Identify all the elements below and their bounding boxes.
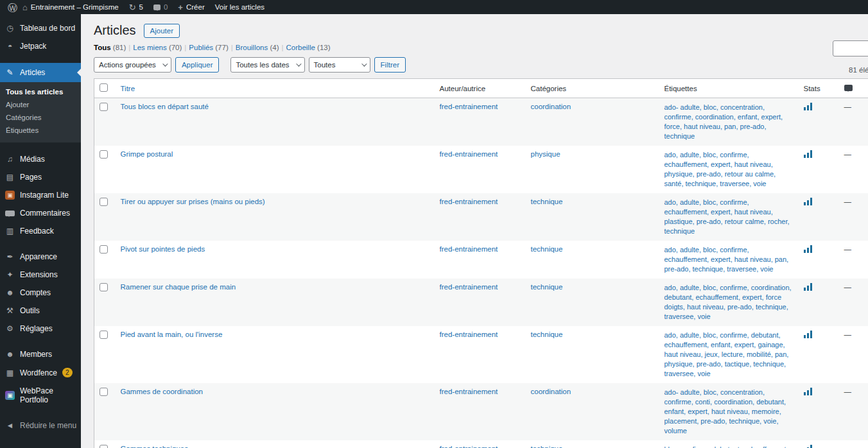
tags-links[interactable]: ado, adulte, bloc, confirme, coordinatio…: [664, 283, 794, 322]
stats-icon[interactable]: [804, 283, 813, 291]
create-button[interactable]: + Créer: [173, 0, 209, 14]
sidebar-item-dashboard[interactable]: ◷ Tableau de bord: [0, 19, 81, 37]
sidebar-subitem-cat-gories[interactable]: Catégories: [0, 111, 81, 124]
author-link[interactable]: fred-entrainement: [440, 198, 498, 205]
admin-bar: Ⓦ ⌂ Entrainement – Grimpisme ↻ 5 0 + Cré…: [0, 0, 868, 14]
stats-icon[interactable]: [804, 150, 813, 158]
sidebar-item-outils[interactable]: ⚒ Outils: [0, 302, 81, 320]
category-link[interactable]: technique: [531, 198, 563, 205]
filter-count: (13): [315, 44, 331, 51]
sidebar-item-feedback[interactable]: ▥ Feedback: [0, 222, 81, 240]
tags-links[interactable]: ado- adulte, bloc, concentration, confir…: [664, 388, 794, 436]
post-title-link[interactable]: Grimpe postural: [121, 150, 173, 158]
stats-icon[interactable]: [804, 198, 813, 205]
author-link[interactable]: fred-entrainement: [440, 445, 498, 448]
row-checkbox[interactable]: [100, 445, 108, 448]
sidebar-item-webpace-portfolio[interactable]: ▣ WebPace Portfolio: [0, 382, 81, 409]
apply-button[interactable]: Appliquer: [175, 57, 220, 73]
column-header-title[interactable]: Titre: [121, 85, 135, 92]
author-link[interactable]: fred-entrainement: [440, 103, 498, 110]
wordpress-logo-icon[interactable]: Ⓦ: [8, 3, 17, 12]
author-link[interactable]: fred-entrainement: [440, 331, 498, 338]
row-checkbox[interactable]: [100, 283, 108, 291]
category-link[interactable]: physique: [531, 150, 560, 158]
category-link[interactable]: technique: [531, 245, 563, 253]
tags-links[interactable]: bloc, confirme, debutant, echauffement, …: [664, 445, 794, 448]
sidebar-subitem-tous-les-articles[interactable]: Tous les articles: [0, 85, 81, 98]
category-link[interactable]: technique: [531, 331, 563, 338]
category-link[interactable]: technique: [531, 445, 563, 448]
filter-link-publi-s[interactable]: Publiés: [189, 44, 213, 51]
site-name-link[interactable]: ⌂ Entrainement – Grimpisme: [17, 0, 124, 14]
view-posts-link[interactable]: Voir les articles: [210, 0, 270, 14]
sidebar-item-commentaires[interactable]: Commentaires: [0, 204, 81, 222]
filter-link-tous[interactable]: Tous: [94, 44, 111, 51]
row-checkbox[interactable]: [100, 198, 108, 206]
filter-button[interactable]: Filtrer: [374, 57, 406, 73]
members-icon: ☻: [5, 350, 15, 358]
comments-link[interactable]: 0: [148, 0, 173, 14]
tags-links[interactable]: ado, adulte, bloc, confirme, echauffemen…: [664, 150, 794, 189]
sidebar-item-apparence[interactable]: ✒ Apparence: [0, 248, 81, 266]
sidebar-item-pages[interactable]: ▤ Pages: [0, 168, 81, 186]
sidebar-item-reglages[interactable]: ⚙ Réglages: [0, 320, 81, 338]
post-title-link[interactable]: Pied avant la main, ou l'inverse: [121, 331, 223, 338]
categories-filter-select[interactable]: Toutes: [309, 57, 370, 73]
plugins-icon: ✦: [5, 271, 15, 279]
select-all-checkbox[interactable]: [100, 83, 108, 92]
post-title-link[interactable]: Pivot sur pointes de pieds: [121, 245, 205, 253]
sidebar-subitem--tiquettes[interactable]: Étiquettes: [0, 124, 81, 137]
sidebar-item-comptes[interactable]: ☻ Comptes: [0, 284, 81, 302]
bulk-actions-select[interactable]: Actions groupées: [94, 57, 171, 73]
sidebar-item-extensions[interactable]: ✦ Extensions: [0, 266, 81, 284]
author-link[interactable]: fred-entrainement: [440, 388, 498, 395]
category-link[interactable]: coordination: [531, 388, 571, 395]
column-header-author: Auteur/autrice: [435, 79, 526, 98]
add-post-button[interactable]: Ajouter: [144, 24, 180, 38]
sidebar-item-wordfence[interactable]: ▦ Wordfence 2: [0, 363, 81, 382]
row-checkbox[interactable]: [100, 388, 108, 396]
sidebar-item-reduire-le-menu[interactable]: ◄ Réduire le menu: [0, 417, 81, 435]
comments-dash: —: [844, 150, 852, 158]
filter-link-corbeille[interactable]: Corbeille: [286, 44, 315, 51]
tags-links[interactable]: ado- adulte, bloc, concentration, confir…: [664, 103, 794, 141]
sidebar-subitem-ajouter[interactable]: Ajouter: [0, 98, 81, 111]
table-header-row: Titre Auteur/autrice Catégories Étiquett…: [94, 79, 868, 98]
category-link[interactable]: technique: [531, 283, 563, 291]
sidebar-item-members[interactable]: ☻ Members: [0, 345, 81, 363]
post-title-link[interactable]: Gammes de coordination: [121, 388, 203, 395]
stats-icon[interactable]: [804, 445, 813, 448]
post-title-link[interactable]: Tous blocs en départ sauté: [121, 103, 209, 110]
stats-icon[interactable]: [804, 331, 813, 338]
tags-links[interactable]: ado, adulte, bloc, confirme, echauffemen…: [664, 198, 794, 236]
stats-icon[interactable]: [804, 245, 813, 253]
post-title-link[interactable]: Tirer ou appuyer sur prises (mains ou pi…: [121, 198, 265, 205]
dates-filter-select[interactable]: Toutes les dates: [230, 57, 304, 73]
stats-icon[interactable]: [804, 103, 813, 110]
sidebar-item-jetpack[interactable]: ◓ Jetpack: [0, 37, 81, 55]
tags-links[interactable]: ado, adulte, bloc, confirme, debutant, e…: [664, 331, 794, 379]
table-row: Ramener sur chaque prise de main fred-en…: [94, 279, 868, 326]
sidebar-item-instagram-lite[interactable]: ▣ Instagram Lite: [0, 186, 81, 204]
row-checkbox[interactable]: [100, 331, 108, 339]
filter-count: (4): [268, 44, 279, 51]
search-input[interactable]: [833, 40, 868, 56]
sidebar-item-label: Outils: [20, 306, 40, 315]
updates-link[interactable]: ↻ 5: [124, 0, 148, 14]
post-title-link[interactable]: Ramener sur chaque prise de main: [121, 283, 236, 291]
collapse-icon: ◄: [5, 422, 15, 429]
post-title-link[interactable]: Gammes techniques: [121, 445, 188, 448]
stats-icon[interactable]: [804, 388, 813, 395]
tags-links[interactable]: ado, adulte, bloc, confirme, echauffemen…: [664, 245, 794, 274]
row-checkbox[interactable]: [100, 245, 108, 254]
row-checkbox[interactable]: [100, 150, 108, 159]
sidebar-item-articles[interactable]: ✎ Articles: [0, 63, 81, 82]
author-link[interactable]: fred-entrainement: [440, 283, 498, 291]
row-checkbox[interactable]: [100, 103, 108, 111]
author-link[interactable]: fred-entrainement: [440, 150, 498, 158]
filter-link-les-miens[interactable]: Les miens: [133, 44, 166, 51]
author-link[interactable]: fred-entrainement: [440, 245, 498, 253]
filter-link-brouillons[interactable]: Brouillons: [236, 44, 268, 51]
category-link[interactable]: coordination: [531, 103, 571, 110]
sidebar-item-medias[interactable]: ♫ Médias: [0, 150, 81, 168]
